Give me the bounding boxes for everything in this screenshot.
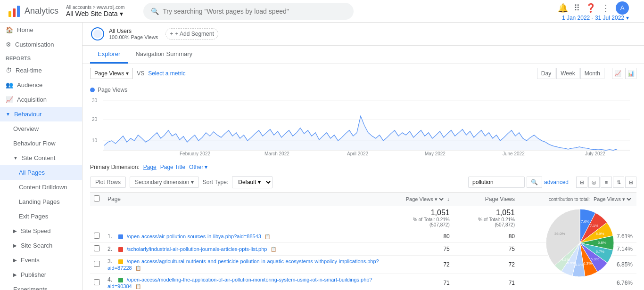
row-icon-0[interactable]: 📋 — [264, 234, 270, 239]
page-link-1[interactable]: /scholarly/industrial-air-pollution-jour… — [127, 246, 267, 252]
page-link-0[interactable]: /open-access/air-pollution-sources-in-li… — [127, 234, 261, 239]
page-link-3[interactable]: /open-access/modelling-the-application-o… — [107, 277, 372, 289]
sidebar-item-overview[interactable]: Overview — [0, 121, 82, 136]
customisation-icon: ⚙ — [6, 41, 11, 48]
table-view-icons: ⊞ ◎ ≡ ⇅ ⊞ — [576, 177, 636, 188]
plot-rows-button[interactable]: Plot Rows — [90, 177, 126, 188]
svg-text:10: 10 — [92, 138, 98, 143]
svg-rect-2 — [17, 6, 20, 17]
page-link-2[interactable]: /open-access/agricultural-nutrients-and-… — [107, 258, 379, 271]
reports-section-label: REPORTS — [0, 52, 82, 63]
site-name-dropdown[interactable]: All Web Site Data ▾ — [66, 10, 128, 17]
sidebar-item-site-search[interactable]: ▶ Site Search — [0, 238, 82, 253]
global-search-bar[interactable]: 🔍 — [143, 3, 353, 20]
notification-icon[interactable]: 🔔 — [558, 3, 568, 13]
dim-page-link[interactable]: Page — [143, 164, 157, 170]
bar-chart-icon[interactable]: 📊 — [625, 68, 636, 79]
sidebar-item-landing-pages[interactable]: Landing Pages — [0, 194, 82, 209]
svg-text:July 2022: July 2022 — [585, 151, 605, 156]
table-section: Primary Dimension: Page Page Title Other… — [83, 160, 644, 290]
month-button[interactable]: Month — [580, 68, 604, 79]
filter-search-button[interactable]: 🔍 — [527, 177, 542, 188]
row-checkbox-1[interactable] — [94, 245, 100, 251]
day-button[interactable]: Day — [537, 68, 555, 79]
sidebar-item-behaviour[interactable]: ▼ Behaviour — [0, 107, 82, 121]
sidebar-item-events[interactable]: ▶ Events — [0, 253, 82, 267]
th-page: Page — [104, 193, 388, 206]
row-views-0: 80 — [388, 230, 454, 243]
pie-chart: 7.6%7.1%6.9%6.8%6.7%6.3%6.3%6.1%5.5%4.2%… — [542, 201, 632, 286]
account-path[interactable]: All accounts > www.roij.com — [66, 5, 124, 10]
svg-point-4 — [93, 30, 102, 38]
bar-view-icon[interactable]: ≡ — [601, 177, 612, 188]
row-icon-2[interactable]: 📋 — [135, 266, 141, 271]
svg-rect-0 — [8, 11, 11, 17]
svg-text:May 2022: May 2022 — [425, 151, 446, 156]
sidebar-item-home[interactable]: 🏠 Home — [0, 23, 82, 37]
row-checkbox-2[interactable] — [94, 261, 100, 267]
row-checkbox-3[interactable] — [94, 279, 100, 285]
sidebar-item-site-speed[interactable]: ▶ Site Speed — [0, 224, 82, 238]
sidebar-item-customisation[interactable]: ⚙ Customisation — [0, 37, 82, 52]
secondary-dimension-button[interactable]: Secondary dimension ▾ — [130, 177, 199, 188]
line-chart-icon[interactable]: 📈 — [612, 68, 623, 79]
date-range-selector[interactable]: 1 Jan 2022 - 31 Jul 2022 ▾ — [562, 15, 629, 21]
search-input[interactable] — [163, 8, 346, 15]
sidebar-item-site-content[interactable]: ▼ Site Content — [0, 151, 82, 165]
select-metric-link[interactable]: Select a metric — [148, 70, 185, 77]
publisher-expand-icon: ▶ — [13, 272, 17, 277]
sidebar-item-audience[interactable]: 👥 Audience — [0, 78, 82, 92]
metric-selector[interactable]: Page Views ▾ — [90, 68, 133, 79]
pivot-icon[interactable]: ⊞ — [625, 177, 636, 188]
sidebar-item-realtime[interactable]: ⏱ Real-time — [0, 63, 82, 78]
row-checkbox-0[interactable] — [94, 233, 100, 239]
sidebar-item-experiments[interactable]: Experiments — [0, 282, 82, 290]
dim-page-title-link[interactable]: Page Title — [160, 164, 185, 170]
svg-text:20: 20 — [92, 117, 98, 122]
pie-label-4: 6.7% — [596, 250, 604, 254]
site-speed-expand-icon: ▶ — [13, 228, 17, 234]
chart-area: Page Views 30 20 10 February 2022 March … — [83, 83, 644, 160]
vs-label: VS — [137, 70, 144, 77]
sidebar-item-all-pages[interactable]: All Pages — [0, 165, 82, 180]
svg-rect-1 — [13, 8, 16, 17]
row-views-3: 71 — [388, 274, 454, 290]
sort-desc-icon[interactable]: ↓ — [447, 196, 450, 202]
help-icon[interactable]: ❓ — [586, 3, 596, 13]
compare-icon[interactable]: ⇅ — [613, 177, 624, 188]
apps-icon[interactable]: ⠿ — [574, 3, 580, 13]
pie-label-6: 6.3% — [583, 261, 592, 266]
table-view-icon[interactable]: ⊞ — [576, 177, 587, 188]
sidebar-item-behaviour-flow[interactable]: Behaviour Flow — [0, 136, 82, 151]
select-all-checkbox[interactable] — [94, 195, 100, 201]
table-controls: Plot Rows Secondary dimension ▾ Sort Typ… — [90, 174, 636, 192]
row-color-dot-3 — [118, 278, 123, 282]
more-icon[interactable]: ⋮ — [602, 3, 610, 13]
week-button[interactable]: Week — [556, 68, 579, 79]
tab-explorer[interactable]: Explorer — [90, 46, 128, 64]
sidebar-item-content-drilldown[interactable]: Content Drilldown — [0, 180, 82, 194]
pageviews-col-select[interactable]: Page Views ▾ — [404, 196, 445, 202]
sidebar-item-acquisition[interactable]: 📈 Acquisition — [0, 92, 82, 107]
pie-view-icon[interactable]: ◎ — [588, 177, 600, 188]
row-icon-1[interactable]: 📋 — [271, 247, 276, 252]
svg-marker-18 — [104, 116, 617, 150]
sidebar-item-publisher[interactable]: ▶ Publisher — [0, 267, 82, 282]
data-table-wrapper: Page Page Views ▾ ↓ Page Views — [90, 192, 636, 290]
filter-input[interactable] — [468, 177, 525, 188]
add-segment-button[interactable]: + + Add Segment — [165, 28, 218, 40]
row-views2-1: 75 — [454, 243, 519, 256]
behaviour-expand-icon: ▼ — [6, 112, 10, 117]
primary-dim-label: Primary Dimension: — [90, 164, 140, 170]
sidebar-item-exit-pages[interactable]: Exit Pages — [0, 209, 82, 224]
dim-other-link[interactable]: Other ▾ — [189, 164, 207, 170]
user-avatar[interactable]: A — [616, 1, 629, 15]
add-segment-icon: + — [170, 31, 173, 37]
sort-select[interactable]: Default ▾ — [232, 176, 272, 188]
row-icon-3[interactable]: 📋 — [135, 284, 141, 289]
pie-label-10: 36.0% — [554, 232, 565, 236]
header-icons: 🔔 ⠿ ❓ ⋮ A — [558, 1, 629, 15]
tab-navigation-summary[interactable]: Navigation Summary — [128, 46, 200, 64]
advanced-link[interactable]: advanced — [544, 179, 569, 185]
pie-label-5: 6.3% — [591, 257, 599, 261]
